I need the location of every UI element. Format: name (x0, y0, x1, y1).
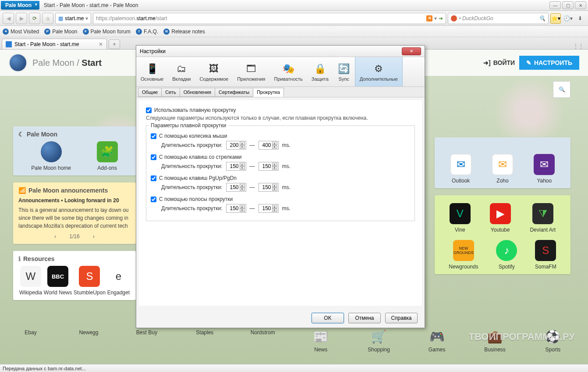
tab-close-button[interactable]: ✕ (99, 41, 103, 47)
spin-down[interactable]: ▼ (240, 145, 245, 149)
new-tab-button[interactable]: + (109, 39, 120, 49)
tile-stumbleupon[interactable]: SStumbleUpon (74, 266, 106, 296)
subtab-scrolling[interactable]: Прокрутка (253, 88, 284, 97)
duration-max-spinner[interactable]: ▲▼ (259, 183, 279, 192)
dialog-close-button[interactable]: ✕ (402, 47, 421, 55)
maximize-button[interactable]: ▢ (562, 1, 574, 9)
spin-up[interactable]: ▲ (272, 163, 277, 166)
tile-bestbuy[interactable]: Best Buy (129, 329, 164, 365)
tile-business[interactable]: 💼Business (478, 329, 513, 365)
search-icon[interactable]: 🔍 (539, 15, 545, 21)
back-button[interactable]: ◀ (3, 13, 14, 24)
duration-min-spinner[interactable]: ▲▼ (226, 204, 246, 213)
category-tabs[interactable]: 🗂Вкладки (168, 57, 195, 86)
page-search-button[interactable]: 🔍 (553, 81, 570, 98)
duration-min-spinner[interactable]: ▲▼ (226, 183, 246, 192)
ok-button[interactable]: OK (312, 313, 344, 323)
spin-down[interactable]: ▼ (240, 208, 245, 212)
spin-down[interactable]: ▼ (272, 187, 277, 191)
subtab-updates[interactable]: Обновления (180, 88, 215, 97)
bookmark-item[interactable]: PPale Moon (44, 29, 77, 35)
rss-icon[interactable]: 𝙉 (426, 15, 432, 21)
bookmark-item[interactable]: ?F.A.Q. (136, 29, 158, 35)
tile-newgrounds[interactable]: NEWGROUNDSNewgrounds (449, 240, 478, 270)
tile-nordstrom[interactable]: Nordstrom (245, 329, 280, 365)
minimize-button[interactable]: — (549, 1, 561, 9)
spin-up[interactable]: ▲ (240, 184, 245, 187)
reload-button[interactable]: ⟳ (29, 13, 40, 24)
browser-tab[interactable]: Start - Pale Moon - start.me ✕ (2, 39, 107, 49)
help-button[interactable]: Справка (385, 313, 418, 323)
bookmark-item[interactable]: FPale Moon forum (83, 29, 131, 35)
spin-down[interactable]: ▼ (272, 166, 277, 170)
tile-vine[interactable]: VVine (450, 203, 471, 233)
duration-min-input[interactable] (227, 142, 239, 148)
duration-max-input[interactable] (260, 205, 271, 211)
bookmark-item[interactable]: RRelease notes (163, 29, 205, 35)
duration-max-spinner[interactable]: ▲▼ (259, 204, 279, 213)
downloads-button[interactable]: ⬇ (575, 13, 585, 24)
tile-somafm[interactable]: SSomaFM (535, 240, 556, 270)
spin-down[interactable]: ▼ (272, 208, 277, 212)
subtab-general[interactable]: Общие (138, 88, 162, 97)
duration-min-spinner[interactable]: ▲▼ (226, 141, 246, 150)
tile-newegg[interactable]: Newegg (71, 329, 106, 365)
cancel-button[interactable]: Отмена (348, 313, 381, 323)
duration-min-input[interactable] (227, 205, 239, 211)
tile-deviantart[interactable]: ⧩Deviant Art (530, 203, 556, 233)
spin-down[interactable]: ▼ (240, 166, 245, 170)
category-advanced[interactable]: ⚙Дополнительные (355, 57, 403, 86)
spin-up[interactable]: ▲ (240, 163, 245, 166)
category-general[interactable]: 📱Основные (136, 57, 168, 86)
spin-up[interactable]: ▲ (272, 205, 277, 208)
tile-yahoo[interactable]: ✉Yahoo (534, 154, 555, 184)
tile-ebay[interactable]: Ebay (13, 329, 48, 365)
category-sync[interactable]: 🔄Sync (333, 57, 355, 86)
tile-zoho[interactable]: ✉Zoho (492, 154, 513, 184)
setup-button[interactable]: ✎НАСТРОИТЬ (519, 56, 579, 70)
tile-spotify[interactable]: ♪Spotify (496, 240, 517, 270)
duration-max-input[interactable] (260, 184, 271, 190)
subtab-certificates[interactable]: Сертификаты (215, 88, 253, 97)
scroll-row-checkbox[interactable] (151, 175, 156, 181)
search-bar[interactable]: ▾ DuckDuckGo 🔍 (448, 13, 549, 24)
tile-shopping[interactable]: 🛒Shopping (361, 329, 397, 365)
spin-up[interactable]: ▲ (240, 142, 245, 145)
pager-next[interactable]: › (93, 233, 95, 240)
tile-engadget[interactable]: eEngadget (107, 266, 130, 296)
app-menu-button[interactable]: Pale Moon (1, 1, 39, 10)
tile-addons[interactable]: 🧩Add-ons (97, 141, 118, 171)
duration-max-spinner[interactable]: ▲▼ (259, 141, 279, 150)
duration-max-input[interactable] (260, 142, 271, 148)
login-button[interactable]: ➜]ВОЙТИ (483, 59, 515, 66)
category-applications[interactable]: 🗔Приложения (233, 57, 269, 86)
tile-staples[interactable]: Staples (187, 329, 222, 365)
tile-news[interactable]: 📰News (303, 329, 338, 365)
forward-button[interactable]: ▶ (16, 13, 27, 24)
home-button[interactable]: ⌂ (42, 13, 53, 24)
spin-up[interactable]: ▲ (272, 184, 277, 187)
search-engine-icon[interactable] (451, 15, 457, 21)
tile-palemoon-home[interactable]: Pale Moon home (31, 141, 71, 171)
category-content[interactable]: 🖼Содержимое (195, 57, 233, 86)
category-security[interactable]: 🔒Защита (307, 57, 333, 86)
duration-min-input[interactable] (227, 184, 239, 190)
duration-min-spinner[interactable]: ▲▼ (226, 162, 246, 171)
subtab-network[interactable]: Сеть (161, 88, 180, 97)
tile-games[interactable]: 🎮Games (419, 329, 454, 365)
duration-min-input[interactable] (227, 163, 239, 169)
tile-wikipedia[interactable]: WWikipedia (19, 266, 42, 296)
tile-sports[interactable]: ⚽Sports (535, 329, 570, 365)
tile-outlook[interactable]: ✉Outlook (450, 154, 471, 184)
tile-youtube[interactable]: ▶Youtube (490, 203, 511, 233)
url-bar[interactable]: https://palemoon.start.me/start 𝙉 ▾ ➔ (93, 13, 446, 24)
duration-max-input[interactable] (260, 163, 271, 169)
duration-max-spinner[interactable]: ▲▼ (259, 162, 279, 171)
spin-down[interactable]: ▼ (272, 145, 277, 149)
dropdown-icon[interactable]: ▾ (434, 15, 437, 21)
category-privacy[interactable]: 🎭Приватность (270, 57, 307, 86)
site-identity[interactable]: ▦ start.me ▾ (55, 13, 91, 24)
scroll-row-checkbox[interactable] (151, 197, 156, 202)
history-button[interactable]: 🕘▾ (563, 13, 573, 24)
go-icon[interactable]: ➔ (439, 15, 443, 21)
